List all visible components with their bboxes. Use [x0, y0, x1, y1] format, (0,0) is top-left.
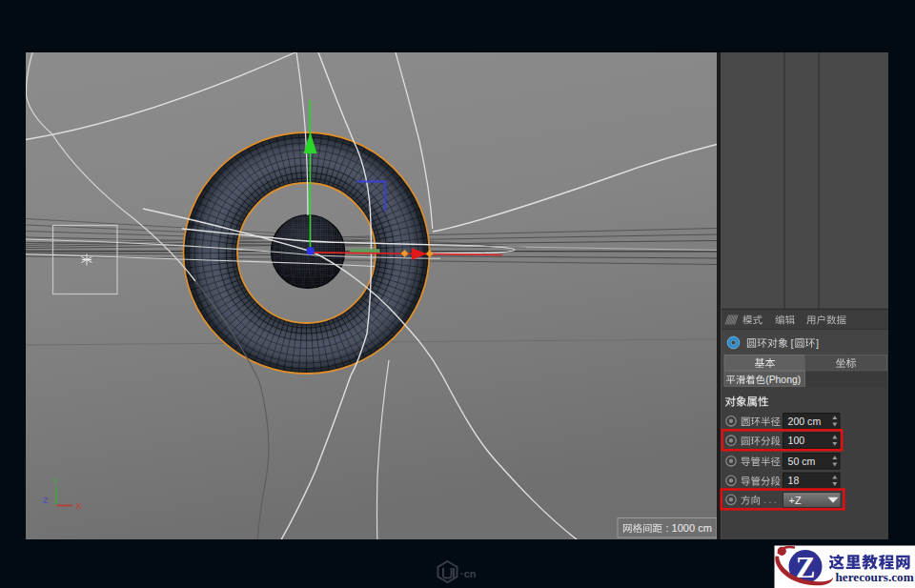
svg-text:100: 100	[788, 435, 805, 446]
svg-text:+Z: +Z	[789, 495, 802, 506]
svg-text:X: X	[76, 501, 82, 511]
svg-text:(Phong): (Phong)	[765, 375, 801, 385]
svg-text:Y: Y	[52, 476, 58, 486]
svg-text:[: [	[791, 337, 794, 349]
svg-text:herecours.com: herecours.com	[836, 570, 914, 584]
svg-text:200 cm: 200 cm	[788, 416, 822, 427]
svg-text:]: ]	[816, 337, 819, 349]
svg-text:·cn: ·cn	[460, 568, 477, 579]
svg-text:Z: Z	[43, 496, 49, 505]
svg-text:50 cm: 50 cm	[788, 456, 816, 467]
svg-text:: 1000 cm: : 1000 cm	[666, 522, 712, 534]
svg-text:18: 18	[788, 475, 800, 486]
svg-text:. . .: . . .	[763, 495, 777, 505]
